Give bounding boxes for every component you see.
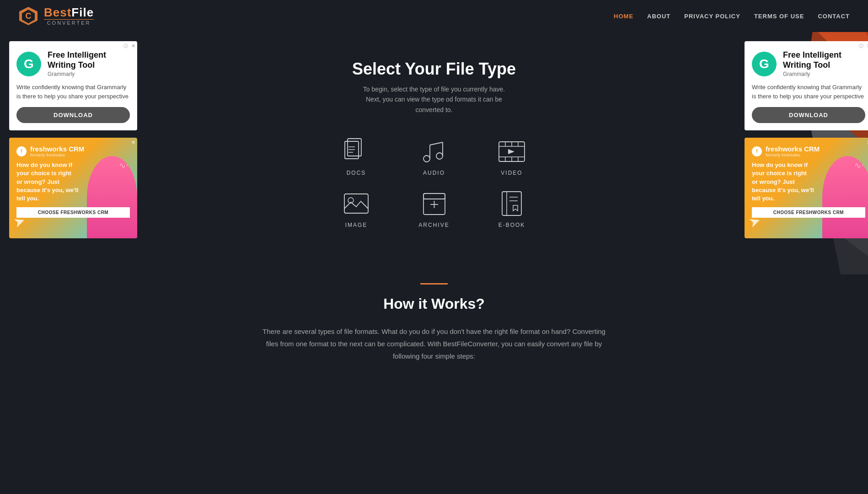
svg-point-15 bbox=[436, 153, 443, 159]
svg-point-14 bbox=[423, 156, 430, 162]
right-freshworks-person: ∿∿ bbox=[818, 147, 868, 238]
file-type-archive[interactable]: ARCHIVE bbox=[404, 190, 464, 228]
right-grammarly-logo: G bbox=[752, 52, 777, 76]
freshworks-person: ∿∿ bbox=[82, 147, 137, 238]
nav-about[interactable]: ABOUT bbox=[647, 13, 670, 20]
right-freshworks-logo: f bbox=[752, 146, 762, 156]
right-freshworks-sub: formerly freshsales bbox=[766, 153, 820, 157]
file-types-grid: DOCS AUDIO bbox=[327, 138, 541, 228]
right-grammarly-download-button[interactable]: DOWNLOAD bbox=[752, 107, 865, 123]
grammarly-logo: G bbox=[16, 52, 41, 76]
right-freshworks-ad: ✕ f freshworks CRM formerly freshsales H… bbox=[745, 138, 868, 238]
freshworks-brand: freshworks CRM bbox=[30, 145, 84, 153]
right-grammarly-ad: ⓘ ✕ G Free Intelligent Writing Tool Gram… bbox=[745, 41, 868, 130]
nav-terms[interactable]: TERMS OF USE bbox=[754, 13, 804, 20]
right-freshworks-brand: freshworks CRM bbox=[766, 145, 820, 153]
video-label: VIDEO bbox=[501, 170, 522, 176]
how-it-works-section: How it Works? There are several types of… bbox=[228, 256, 640, 381]
audio-label: AUDIO bbox=[423, 170, 445, 176]
audio-icon bbox=[420, 138, 448, 165]
freshworks-headline: How do you know if your choice is right … bbox=[16, 161, 79, 203]
nav-privacy[interactable]: PRIVACY POLICY bbox=[684, 13, 740, 20]
hero-title: Select Your File Type bbox=[352, 59, 516, 79]
svg-line-18 bbox=[430, 142, 443, 145]
right-grammarly-ad-content: G Free Intelligent Writing Tool Grammarl… bbox=[745, 41, 868, 130]
docs-icon bbox=[343, 138, 370, 165]
left-ads: ⓘ ✕ G Free Intelligent Writing Tool Gram… bbox=[0, 41, 133, 247]
right-ads: ⓘ ✕ G Free Intelligent Writing Tool Gram… bbox=[735, 41, 868, 247]
freshworks-sub: formerly freshsales bbox=[30, 153, 84, 157]
grammarly-ad-content: G Free Intelligent Writing Tool Grammarl… bbox=[9, 41, 137, 130]
ebook-label: E-BOOK bbox=[498, 222, 525, 228]
right-grammarly-title: Free Intelligent Writing Tool bbox=[783, 50, 865, 70]
header: C BestFile CONVERTER HOME ABOUT PRIVACY … bbox=[0, 0, 868, 32]
nav-contact[interactable]: CONTACT bbox=[818, 13, 850, 20]
freshworks-cta-button[interactable]: CHOOSE FRESHWORKS CRM bbox=[16, 207, 130, 218]
right-freshworks-headline: How do you know if your choice is right … bbox=[752, 161, 814, 203]
how-description: There are several types of file formats.… bbox=[260, 325, 608, 362]
image-icon bbox=[343, 190, 370, 217]
hero-description: To begin, select the type of file you cu… bbox=[356, 84, 512, 115]
svg-marker-28 bbox=[508, 149, 514, 154]
logo-icon: C bbox=[18, 6, 38, 26]
nav-home[interactable]: HOME bbox=[614, 13, 633, 20]
file-type-video[interactable]: VIDEO bbox=[482, 138, 541, 176]
file-type-audio[interactable]: AUDIO bbox=[404, 138, 464, 176]
file-type-ebook[interactable]: E-BOOK bbox=[482, 190, 541, 228]
image-label: IMAGE bbox=[345, 222, 368, 228]
svg-rect-35 bbox=[502, 192, 521, 215]
docs-label: DOCS bbox=[347, 170, 366, 176]
right-freshworks-cta-button[interactable]: CHOOSE FRESHWORKS CRM bbox=[752, 207, 865, 218]
how-title: How it Works? bbox=[246, 295, 622, 312]
grammarly-title: Free Intelligent Writing Tool bbox=[48, 50, 130, 70]
logo-text: BestFile CONVERTER bbox=[44, 6, 94, 26]
right-ad-info-icon: ⓘ bbox=[859, 43, 863, 49]
ebook-icon bbox=[498, 190, 525, 217]
center-hero: Select Your File Type To begin, select t… bbox=[133, 41, 735, 247]
grammarly-desc: Write confidently knowing that Grammarly… bbox=[16, 83, 130, 101]
svg-rect-29 bbox=[344, 194, 368, 213]
right-grammarly-desc: Write confidently knowing that Grammarly… bbox=[752, 83, 865, 101]
logo: C BestFile CONVERTER bbox=[18, 6, 94, 26]
right-grammarly-brand: Grammarly bbox=[783, 71, 865, 77]
section-divider bbox=[420, 283, 448, 285]
ad-info-icon: ⓘ bbox=[123, 43, 128, 49]
right-wave-decoration: ∿∿ bbox=[854, 161, 868, 171]
left-grammarly-ad: ⓘ ✕ G Free Intelligent Writing Tool Gram… bbox=[9, 41, 137, 130]
archive-icon bbox=[420, 190, 448, 217]
svg-rect-32 bbox=[423, 193, 445, 199]
archive-label: ARCHIVE bbox=[418, 222, 449, 228]
main-wrapper: ⓘ ✕ G Free Intelligent Writing Tool Gram… bbox=[0, 32, 868, 256]
freshworks-logo: f bbox=[16, 146, 27, 156]
main-nav: HOME ABOUT PRIVACY POLICY TERMS OF USE C… bbox=[614, 13, 850, 20]
video-icon bbox=[498, 138, 525, 165]
file-type-image[interactable]: IMAGE bbox=[327, 190, 386, 228]
grammarly-download-button[interactable]: DOWNLOAD bbox=[16, 107, 130, 123]
brand-sub: CONVERTER bbox=[44, 19, 94, 26]
wave-decoration: ∿∿ bbox=[119, 161, 133, 171]
brand-name: BestFile bbox=[44, 6, 94, 18]
file-type-docs[interactable]: DOCS bbox=[327, 138, 386, 176]
grammarly-brand: Grammarly bbox=[48, 71, 130, 77]
left-freshworks-ad: ✕ f freshworks CRM formerly freshsales H… bbox=[9, 138, 137, 238]
svg-text:C: C bbox=[26, 11, 32, 21]
